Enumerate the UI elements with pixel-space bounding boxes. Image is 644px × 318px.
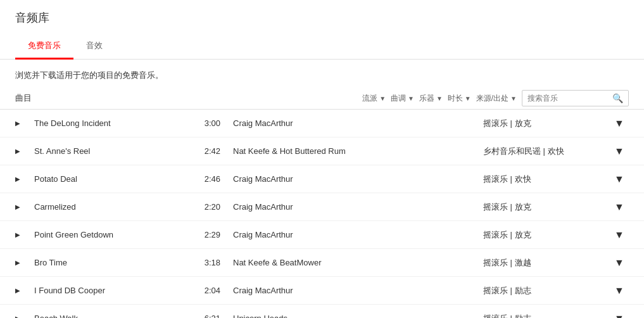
- mood-filter-arrow: ▼: [408, 95, 414, 102]
- track-genre: 摇滚乐 | 励志: [483, 313, 610, 319]
- track-duration: 2:46: [201, 174, 233, 184]
- track-name: Beach Walk: [30, 314, 201, 318]
- track-name: The DeLong Incident: [30, 118, 201, 128]
- track-artist: Craig MacArthur: [233, 286, 483, 295]
- track-row: ▶ The DeLong Incident 3:00 Craig MacArth…: [0, 110, 644, 137]
- download-button[interactable]: ▼: [610, 257, 629, 269]
- search-icon: 🔍: [612, 93, 623, 103]
- mood-filter[interactable]: 曲调 ▼: [391, 93, 414, 104]
- genre-filter[interactable]: 流派 ▼: [362, 93, 386, 104]
- tab-sound-effects[interactable]: 音效: [73, 34, 115, 60]
- track-genre: 摇滚乐 | 励志: [483, 285, 610, 296]
- track-duration: 3:18: [201, 258, 233, 267]
- download-button[interactable]: ▼: [610, 118, 629, 129]
- duration-filter-arrow: ▼: [465, 95, 471, 102]
- track-row: ▶ Bro Time 3:18 Nat Keefe & BeatMower 摇滚…: [0, 249, 644, 277]
- track-name: Potato Deal: [30, 174, 201, 184]
- track-genre: 摇滚乐 | 放克: [483, 118, 610, 129]
- search-box[interactable]: 🔍: [522, 90, 629, 106]
- track-row: ▶ St. Anne's Reel 2:42 Nat Keefe & Hot B…: [0, 137, 644, 165]
- download-button[interactable]: ▼: [610, 146, 629, 157]
- play-button[interactable]: ▶: [15, 287, 30, 294]
- source-filter[interactable]: 来源/出处 ▼: [476, 93, 517, 104]
- genre-filter-arrow: ▼: [379, 95, 386, 102]
- play-button[interactable]: ▶: [15, 120, 30, 127]
- download-button[interactable]: ▼: [610, 313, 629, 319]
- track-name: St. Anne's Reel: [30, 146, 201, 156]
- track-artist: Nat Keefe & Hot Buttered Rum: [233, 146, 483, 156]
- track-name: Point Green Getdown: [30, 230, 201, 239]
- play-button[interactable]: ▶: [15, 231, 30, 238]
- track-duration: 3:00: [201, 118, 233, 128]
- track-genre: 摇滚乐 | 激越: [483, 257, 610, 269]
- track-artist: Unicorn Heads: [233, 314, 483, 318]
- filters: 流派 ▼ 曲调 ▼ 乐器 ▼ 时长 ▼ 来源/出处 ▼ 🔍: [362, 90, 629, 106]
- track-artist: Craig MacArthur: [233, 174, 483, 184]
- track-genre: 摇滚乐 | 欢快: [483, 174, 610, 185]
- track-artist: Craig MacArthur: [233, 118, 483, 128]
- track-genre: 摇滚乐 | 放克: [483, 201, 610, 213]
- play-button[interactable]: ▶: [15, 315, 30, 318]
- instrument-filter-arrow: ▼: [436, 95, 443, 102]
- tab-free-music[interactable]: 免费音乐: [15, 34, 73, 60]
- track-row: ▶ Point Green Getdown 2:29 Craig MacArth…: [0, 221, 644, 249]
- download-button[interactable]: ▼: [610, 229, 629, 241]
- play-button[interactable]: ▶: [15, 259, 30, 266]
- play-button[interactable]: ▶: [15, 175, 30, 182]
- track-name: Carmelized: [30, 202, 201, 212]
- track-list: ▶ The DeLong Incident 3:00 Craig MacArth…: [0, 110, 644, 318]
- duration-filter[interactable]: 时长 ▼: [448, 93, 471, 104]
- track-row: ▶ Beach Walk 6:21 Unicorn Heads 摇滚乐 | 励志…: [0, 305, 644, 318]
- track-col-header: 曲目: [15, 92, 205, 104]
- track-name: I Found DB Cooper: [30, 286, 201, 295]
- track-duration: 2:20: [201, 202, 233, 212]
- track-row: ▶ Carmelized 2:20 Craig MacArthur 摇滚乐 | …: [0, 193, 644, 221]
- track-duration: 2:04: [201, 286, 233, 295]
- track-row: ▶ Potato Deal 2:46 Craig MacArthur 摇滚乐 |…: [0, 165, 644, 193]
- toolbar: 曲目 流派 ▼ 曲调 ▼ 乐器 ▼ 时长 ▼ 来源/出处 ▼ 🔍: [0, 87, 644, 110]
- page-title: 音频库: [15, 10, 629, 25]
- play-button[interactable]: ▶: [15, 148, 30, 155]
- track-artist: Nat Keefe & BeatMower: [233, 258, 483, 267]
- subtitle: 浏览并下载适用于您的项目的免费音乐。: [0, 60, 644, 87]
- download-button[interactable]: ▼: [610, 201, 629, 213]
- search-input[interactable]: [527, 94, 610, 103]
- track-duration: 6:21: [201, 314, 233, 318]
- track-duration: 2:42: [201, 146, 233, 156]
- track-row: ▶ I Found DB Cooper 2:04 Craig MacArthur…: [0, 277, 644, 305]
- track-name: Bro Time: [30, 258, 201, 267]
- tabs: 免费音乐音效: [15, 33, 629, 59]
- download-button[interactable]: ▼: [610, 174, 629, 185]
- download-button[interactable]: ▼: [610, 285, 629, 296]
- page-header: 音频库 免费音乐音效: [0, 0, 644, 60]
- track-artist: Craig MacArthur: [233, 230, 483, 239]
- play-button[interactable]: ▶: [15, 203, 30, 210]
- track-duration: 2:29: [201, 230, 233, 239]
- track-artist: Craig MacArthur: [233, 202, 483, 212]
- track-genre: 摇滚乐 | 放克: [483, 229, 610, 241]
- track-genre: 乡村音乐和民谣 | 欢快: [483, 146, 610, 157]
- source-filter-arrow: ▼: [510, 95, 517, 102]
- instrument-filter[interactable]: 乐器 ▼: [419, 93, 443, 104]
